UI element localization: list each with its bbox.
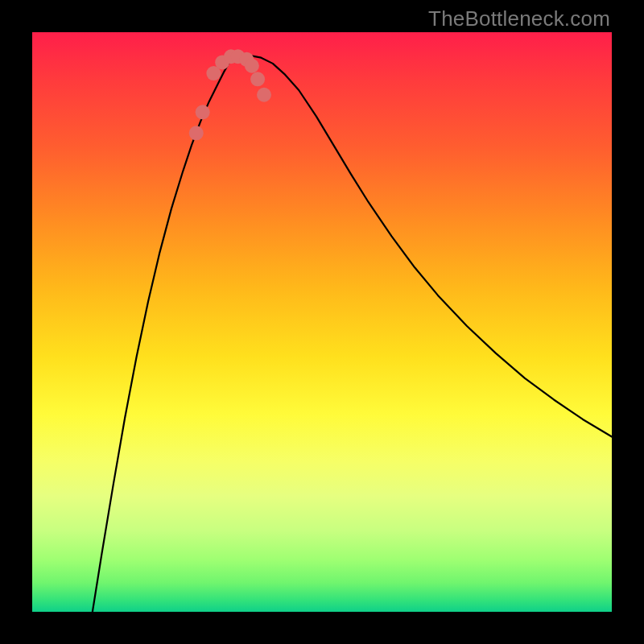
chart-frame: TheBottleneck.com — [0, 0, 644, 644]
data-point — [245, 59, 259, 73]
plot-area — [32, 32, 612, 612]
data-point — [189, 126, 204, 140]
data-point — [257, 88, 271, 102]
data-point — [250, 72, 265, 86]
chart-svg — [32, 32, 612, 612]
data-point — [196, 105, 210, 119]
bottleneck-curve — [93, 56, 612, 612]
watermark-text: TheBottleneck.com — [428, 6, 610, 31]
pink-data-points — [189, 49, 271, 140]
